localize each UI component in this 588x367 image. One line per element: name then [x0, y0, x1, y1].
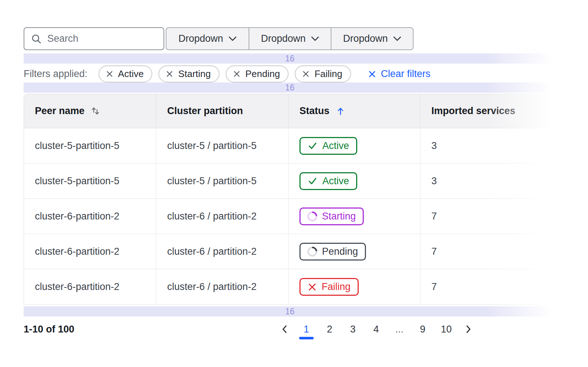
cell-peer-name: cluster-5-partition-5 — [24, 128, 156, 163]
status-badge-active: Active — [299, 172, 357, 190]
cell-cluster-partition: cluster-5 / partition-5 — [156, 128, 288, 163]
clear-filters-label: Clear filters — [381, 68, 431, 80]
spacing-band-label: 16 — [285, 307, 295, 316]
status-badge-starting: Starting — [299, 207, 364, 225]
pagination-summary: 1-10 of 100 — [24, 324, 74, 335]
chevron-down-icon — [393, 36, 401, 41]
remove-filter-icon[interactable] — [233, 70, 240, 77]
status-badge-label: Pending — [322, 246, 358, 257]
filters-applied-label: Filters applied: — [24, 68, 88, 80]
pagination-ellipsis: ... — [394, 317, 404, 341]
cell-status: Starting — [288, 199, 420, 234]
check-icon — [307, 176, 318, 186]
dropdown-button-3[interactable]: Dropdown — [331, 28, 413, 49]
check-icon — [307, 141, 318, 151]
status-badge-label: Active — [322, 140, 349, 152]
x-icon — [307, 282, 317, 292]
dropdown-button-2[interactable]: Dropdown — [249, 28, 331, 49]
page-button-4[interactable]: 4 — [371, 317, 381, 341]
column-header-label: Imported services — [431, 105, 515, 117]
cell-cluster-partition: cluster-6 / partition-2 — [156, 234, 288, 269]
peers-table: Peer name Cluster partition Status Impor… — [24, 94, 556, 305]
spacing-band: 16 — [24, 306, 556, 316]
dropdown-group: Dropdown Dropdown Dropdown — [166, 27, 414, 50]
column-header-peer-name[interactable]: Peer name — [24, 94, 156, 128]
filters-applied-row: Filters applied: Active Starting Pending — [24, 65, 556, 82]
cell-status: Failing — [288, 269, 420, 305]
dropdown-label: Dropdown — [343, 33, 388, 44]
pager: 1 2 3 4 ... 9 10 — [275, 317, 478, 341]
cell-imported-services: 7 — [420, 269, 556, 305]
table-header-row: Peer name Cluster partition Status Impor… — [24, 94, 556, 128]
cell-peer-name: cluster-6-partition-2 — [24, 269, 156, 305]
column-header-label: Status — [299, 105, 330, 117]
cell-status: Active — [288, 164, 420, 198]
filter-chip-label: Active — [118, 68, 144, 80]
cell-cluster-partition: cluster-5 / partition-5 — [156, 164, 288, 198]
chevron-right-icon — [463, 324, 473, 334]
search-icon — [31, 33, 42, 44]
filter-chip-failing[interactable]: Failing — [295, 65, 351, 82]
table-row: cluster-6-partition-2 cluster-6 / partit… — [24, 269, 556, 305]
filter-chip-starting[interactable]: Starting — [158, 65, 220, 82]
remove-filter-icon[interactable] — [106, 70, 113, 77]
remove-filter-icon[interactable] — [166, 70, 173, 77]
status-badge-pending: Pending — [299, 243, 366, 261]
table-row: cluster-6-partition-2 cluster-6 / partit… — [24, 234, 556, 269]
status-badge-active: Active — [299, 137, 357, 155]
filter-chip-label: Pending — [245, 68, 280, 80]
page-button-1[interactable]: 1 — [301, 317, 311, 341]
sort-ascending-icon — [335, 106, 346, 116]
column-header-imported-services: Imported services — [420, 94, 556, 128]
previous-page-button[interactable] — [275, 324, 295, 334]
dropdown-label: Dropdown — [178, 33, 223, 44]
clear-filters-button[interactable]: Clear filters — [368, 68, 431, 80]
spinner-icon — [305, 245, 319, 258]
search-input[interactable] — [47, 33, 176, 44]
cell-imported-services: 3 — [420, 128, 556, 163]
pagination-row: 1-10 of 100 1 2 3 4 ... 9 10 — [24, 317, 478, 341]
page-button-3[interactable]: 3 — [348, 317, 358, 341]
sort-both-icon — [90, 106, 100, 116]
status-badge-label: Active — [322, 176, 349, 187]
cell-imported-services: 7 — [420, 234, 556, 269]
cell-peer-name: cluster-6-partition-2 — [24, 199, 156, 234]
column-header-cluster-partition: Cluster partition — [156, 94, 288, 128]
filter-chip-label: Starting — [178, 68, 211, 80]
column-header-label: Peer name — [35, 105, 85, 117]
spacing-band-label: 16 — [285, 83, 295, 93]
cell-imported-services: 7 — [420, 199, 556, 234]
filter-chip-pending[interactable]: Pending — [226, 65, 289, 82]
spacing-band-label: 16 — [285, 54, 295, 64]
status-badge-label: Failing — [322, 281, 351, 293]
table-row: cluster-5-partition-5 cluster-5 / partit… — [24, 128, 556, 164]
cell-status: Pending — [288, 234, 420, 269]
dropdown-button-1[interactable]: Dropdown — [166, 28, 249, 49]
cell-cluster-partition: cluster-6 / partition-2 — [156, 199, 288, 234]
next-page-button[interactable] — [458, 324, 478, 334]
page-button-9[interactable]: 9 — [418, 317, 428, 341]
dropdown-label: Dropdown — [261, 33, 306, 44]
remove-filter-icon[interactable] — [302, 70, 309, 77]
search-box[interactable] — [24, 27, 164, 50]
chevron-left-icon — [280, 324, 290, 334]
spacing-band: 16 — [24, 82, 556, 93]
page-button-2[interactable]: 2 — [325, 317, 335, 341]
clear-filters-x-icon — [368, 70, 376, 78]
cell-peer-name: cluster-5-partition-5 — [24, 164, 156, 198]
filter-toolbar: Dropdown Dropdown Dropdown — [24, 27, 556, 50]
column-header-label: Cluster partition — [167, 105, 243, 117]
column-header-status[interactable]: Status — [288, 94, 420, 128]
filter-chip-active[interactable]: Active — [98, 65, 153, 82]
page-button-10[interactable]: 10 — [441, 317, 452, 341]
cell-status: Active — [288, 128, 420, 163]
chevron-down-icon — [311, 36, 319, 41]
status-badge-failing: Failing — [299, 278, 359, 296]
spacing-band: 16 — [24, 53, 556, 64]
spinner-icon — [305, 209, 319, 223]
filter-chip-label: Failing — [314, 68, 342, 80]
chevron-down-icon — [229, 36, 237, 41]
table-row: cluster-5-partition-5 cluster-5 / partit… — [24, 164, 556, 199]
cell-imported-services: 3 — [420, 164, 556, 198]
page-content: Dropdown Dropdown Dropdown 16 — [24, 0, 556, 341]
